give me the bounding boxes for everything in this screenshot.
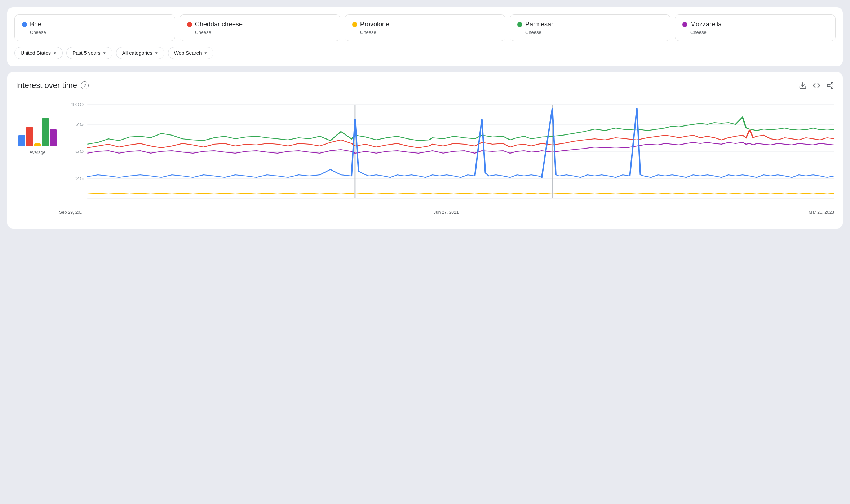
term-dot-brie [22,22,27,27]
term-name-brie: Brie [30,21,41,28]
time-label: Past 5 years [72,50,101,56]
help-icon[interactable]: ? [81,81,89,89]
location-label: United States [21,50,51,56]
svg-line-5 [829,84,831,85]
term-card-mozzarella[interactable]: Mozzarella Cheese [675,14,836,41]
category-label: All categories [122,50,152,56]
category-chevron-icon: ▼ [155,51,158,55]
x-label-2: Jun 27, 2021 [434,210,459,215]
search-terms-row: Brie Cheese Cheddar cheese Cheese Provol… [14,14,836,41]
term-name-mozzarella: Mozzarella [690,21,722,28]
term-category-parmesan: Cheese [517,30,663,35]
location-filter[interactable]: United States ▼ [14,47,63,59]
term-card-provolone[interactable]: Provolone Cheese [345,14,505,41]
search-type-chevron-icon: ▼ [204,51,207,55]
time-filter[interactable]: Past 5 years ▼ [66,47,112,59]
y-label-25: 25 [75,176,84,181]
chart-section: Interest over time ? [7,72,843,229]
download-button[interactable] [799,81,807,89]
provolone-line [87,193,834,194]
search-type-filter[interactable]: Web Search ▼ [168,47,214,59]
average-label: Average [30,150,45,155]
term-header-parmesan: Parmesan [517,21,663,28]
location-chevron-icon: ▼ [53,51,57,55]
term-dot-parmesan [517,22,522,27]
mini-bar-parmesan [42,118,49,146]
y-label-100: 100 [71,102,84,107]
parmesan-line [87,117,834,144]
term-header-cheddar: Cheddar cheese [187,21,333,28]
line-chart-container: 100 75 50 25 [59,97,834,220]
chart-actions [799,81,834,89]
term-header-provolone: Provolone [352,21,498,28]
mini-bar-chart [18,101,57,148]
term-header-mozzarella: Mozzarella [682,21,828,28]
chart-title: Interest over time [16,81,77,90]
x-label-1: Sep 29, 20... [59,210,84,215]
line-chart-svg: 100 75 50 25 [59,97,834,205]
share-icon [826,81,834,89]
search-type-label: Web Search [174,50,202,56]
chart-header: Interest over time ? [16,81,834,90]
y-label-50: 50 [75,149,84,154]
term-card-brie[interactable]: Brie Cheese [14,14,175,41]
mini-bar-mozzarella [50,129,57,146]
term-dot-mozzarella [682,22,687,27]
mini-bar-provolone [34,143,41,146]
time-chevron-icon: ▼ [103,51,106,55]
term-name-parmesan: Parmesan [525,21,555,28]
y-label-75: 75 [75,122,84,127]
chart-main: 100 75 50 25 [59,97,834,220]
embed-icon [813,81,820,89]
x-label-3: Mar 26, 2023 [809,210,834,215]
term-header-brie: Brie [22,21,168,28]
mini-bar-cheddar [26,127,33,146]
cheddar-line [87,130,834,148]
chart-sidebar: Average [16,97,59,220]
term-card-cheddar[interactable]: Cheddar cheese Cheese [180,14,340,41]
x-axis-labels: Sep 29, 20... Jun 27, 2021 Mar 26, 2023 [59,207,834,215]
chart-title-area: Interest over time ? [16,81,89,90]
download-icon [799,81,807,89]
chart-body: Average 100 75 50 25 [16,97,834,220]
term-category-mozzarella: Cheese [682,30,828,35]
term-name-cheddar: Cheddar cheese [195,21,243,28]
term-category-brie: Cheese [22,30,168,35]
category-filter[interactable]: All categories ▼ [116,47,164,59]
term-name-provolone: Provolone [360,21,389,28]
top-section: Brie Cheese Cheddar cheese Cheese Provol… [7,7,843,66]
brie-line [87,108,834,177]
term-category-cheddar: Cheese [187,30,333,35]
mini-bar-brie [18,135,25,146]
embed-button[interactable] [813,81,820,89]
term-category-provolone: Cheese [352,30,498,35]
svg-line-4 [829,86,831,87]
term-dot-provolone [352,22,357,27]
filters-row: United States ▼ Past 5 years ▼ All categ… [14,47,836,59]
term-dot-cheddar [187,22,192,27]
share-button[interactable] [826,81,834,89]
term-card-parmesan[interactable]: Parmesan Cheese [510,14,670,41]
